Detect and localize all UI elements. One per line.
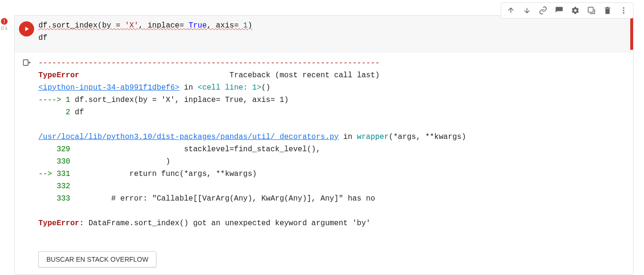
cell-error-indicator bbox=[630, 16, 633, 50]
comment-button[interactable] bbox=[553, 4, 566, 17]
cell-toolbar bbox=[501, 2, 634, 18]
svg-rect-0 bbox=[588, 7, 593, 12]
settings-button[interactable] bbox=[569, 4, 582, 17]
output-gutter bbox=[15, 52, 38, 274]
delete-button[interactable] bbox=[601, 4, 614, 17]
link-button[interactable] bbox=[536, 4, 550, 17]
notebook: ! 0 s df.sort_index(by = 'X', inplace= T… bbox=[0, 0, 644, 275]
mirror-button[interactable] bbox=[585, 4, 598, 17]
error-message: : DataFrame.sort_index() got an unexpect… bbox=[79, 219, 371, 228]
svg-point-3 bbox=[623, 12, 625, 14]
cell-status-gutter: ! 0 s bbox=[0, 18, 9, 31]
code-cell: df.sort_index(by = 'X', inplace= True, a… bbox=[14, 15, 634, 275]
exec-time: 0 s bbox=[1, 26, 7, 31]
cell-input: df.sort_index(by = 'X', inplace= True, a… bbox=[15, 16, 633, 52]
search-stack-overflow-button[interactable]: BUSCAR EN STACK OVERFLOW bbox=[38, 251, 156, 267]
error-type: TypeError bbox=[38, 71, 79, 80]
collapse-output-button[interactable] bbox=[21, 57, 32, 68]
cell-output: ----------------------------------------… bbox=[15, 52, 633, 274]
run-area bbox=[15, 19, 38, 48]
svg-point-1 bbox=[623, 7, 625, 9]
code-line-2: df bbox=[38, 32, 626, 44]
frame-2-link[interactable]: /usr/local/lib/python3.10/dist-packages/… bbox=[38, 133, 339, 141]
run-button[interactable] bbox=[19, 21, 34, 37]
more-button[interactable] bbox=[617, 4, 630, 17]
traceback-output[interactable]: ----------------------------------------… bbox=[38, 52, 633, 274]
traceback-header: Traceback (most recent call last) bbox=[229, 71, 380, 80]
frame-1-link[interactable]: <ipython-input-34-ab991f1dbef6> bbox=[38, 83, 180, 92]
svg-point-2 bbox=[623, 10, 625, 11]
move-down-button[interactable] bbox=[520, 4, 534, 17]
code-editor[interactable]: df.sort_index(by = 'X', inplace= True, a… bbox=[38, 19, 633, 48]
traceback-separator: ----------------------------------------… bbox=[38, 59, 380, 67]
svg-rect-4 bbox=[23, 60, 28, 65]
error-type-final: TypeError bbox=[38, 219, 79, 228]
code-line-1: df.sort_index(by = 'X', inplace= True, a… bbox=[38, 19, 626, 32]
error-badge-icon: ! bbox=[1, 18, 8, 25]
move-up-button[interactable] bbox=[504, 4, 517, 17]
